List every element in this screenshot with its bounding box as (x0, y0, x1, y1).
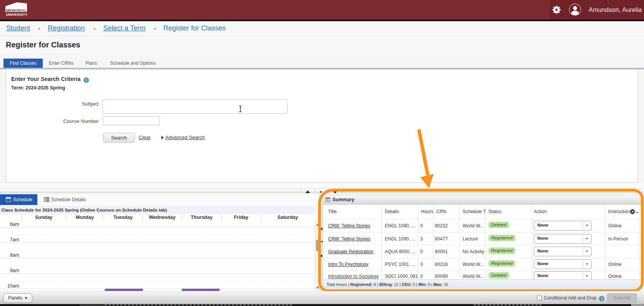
svg-text:MEMORIAL: MEMORIAL (6, 8, 27, 12)
svg-text:UNIVERSITY: UNIVERSITY (6, 13, 28, 17)
